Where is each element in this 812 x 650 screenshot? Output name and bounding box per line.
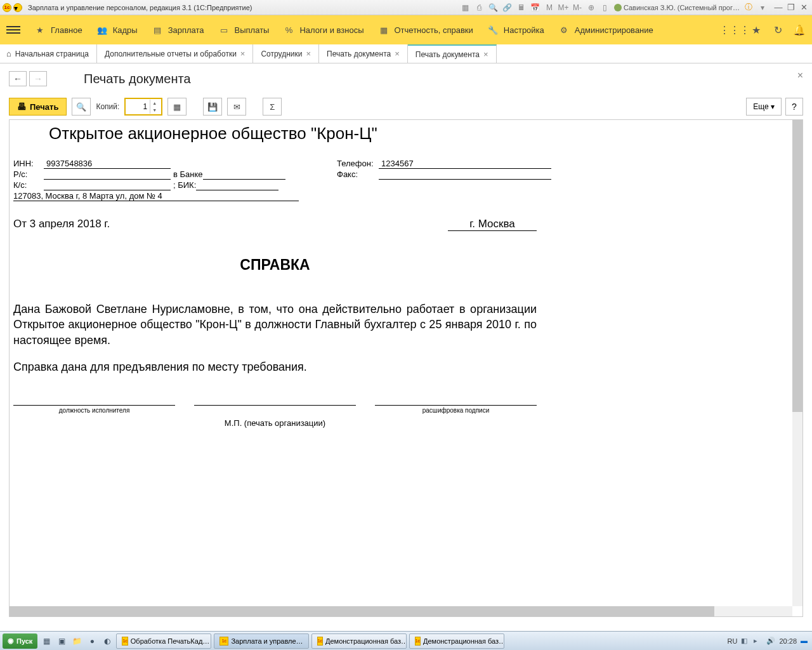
user-label[interactable]: Савинская З.Ю. (Системный прог… (614, 4, 740, 11)
close-icon[interactable]: × (240, 49, 246, 58)
nav-label: Выплаты (235, 25, 270, 35)
zoom-icon[interactable]: ⊕ (586, 3, 596, 13)
company-info: ИНН:9937548836 Р/с: в Банке К/с: ; БИК: … (13, 159, 789, 201)
quicklaunch-icon[interactable]: ▦ (40, 635, 53, 647)
bell-icon[interactable]: 🔔 (793, 23, 806, 36)
tray-icon[interactable]: ◧ (741, 637, 750, 646)
ks-label: К/с: (13, 180, 44, 190)
inn-value: 9937548836 (44, 159, 171, 169)
taskbar-task-active[interactable]: 1cЗарплата и управле… (214, 633, 308, 649)
document-viewport: Открытое акционерное общество "Крон-Ц" И… (9, 119, 803, 617)
history-icon[interactable]: ↻ (771, 23, 784, 36)
tray-icon[interactable]: 🔊 (766, 637, 775, 646)
apps-icon[interactable]: ⋮⋮⋮ (728, 23, 741, 36)
m-plus-icon[interactable]: M+ (558, 3, 568, 13)
more-button[interactable]: Еще ▾ (746, 98, 782, 116)
maximize-button[interactable]: ❐ (785, 3, 797, 13)
nav-label: Налоги и взносы (299, 25, 363, 35)
quicklaunch-icon[interactable]: ▣ (55, 635, 68, 647)
taskbar-task[interactable]: 1cДемонстрационная баз… (311, 633, 407, 649)
sig-stamp-box: М.П. (печать организации) (194, 405, 356, 428)
horizontal-scrollbar[interactable] (10, 606, 792, 616)
start-label: Пуск (16, 637, 32, 645)
clock[interactable]: 20:28 (779, 637, 797, 645)
mail-button[interactable]: ✉ (227, 98, 246, 116)
nav-admin[interactable]: ⚙Администрирование (558, 25, 653, 35)
forward-button[interactable]: → (29, 71, 47, 86)
m-icon[interactable]: M (544, 3, 554, 13)
nav-label: Зарплата (168, 25, 204, 35)
help-button[interactable]: ? (785, 98, 803, 116)
vertical-scrollbar[interactable] (792, 120, 802, 606)
quicklaunch-icon[interactable]: ◐ (101, 635, 114, 647)
sum-button[interactable]: Σ (263, 98, 282, 116)
close-icon[interactable]: × (395, 49, 400, 58)
printer-icon: 🖶 (17, 102, 26, 112)
calendar-icon[interactable]: 📅 (530, 3, 540, 13)
template-button[interactable]: ▦ (167, 98, 187, 116)
date-row: От 3 апреля 2018 г. г. Москва (13, 218, 537, 231)
doc-city: г. Москва (448, 218, 537, 231)
tab-item-active[interactable]: Печать документа× (408, 44, 497, 63)
nav-nalogi[interactable]: %Налоги и взносы (283, 25, 363, 35)
close-icon[interactable]: × (306, 49, 311, 58)
taskbar-task[interactable]: 1cДемонстрационная баз… (409, 633, 504, 649)
lang-indicator[interactable]: RU (728, 637, 738, 645)
m-minus-icon[interactable]: M- (572, 3, 582, 13)
info-icon[interactable]: ⓘ (743, 3, 754, 13)
task-label: Демонстрационная баз… (325, 637, 407, 645)
close-icon[interactable]: × (483, 50, 488, 59)
menu-icon[interactable] (6, 24, 20, 36)
layout-icon[interactable]: ▯ (600, 3, 610, 13)
copies-spinner[interactable]: ▲▼ (124, 98, 162, 116)
tab-item[interactable]: Печать документа× (319, 44, 408, 63)
document: Открытое акционерное общество "Крон-Ц" И… (10, 120, 792, 432)
tool-icon[interactable]: ▦ (461, 3, 471, 13)
minimize-button[interactable]: — (773, 3, 784, 13)
tab-item[interactable]: Сотрудники× (253, 44, 319, 63)
nav-kadry[interactable]: 👥Кадры (96, 25, 138, 35)
tray-icon[interactable]: ▬ (801, 637, 809, 646)
nav-settings[interactable]: 🔧Настройка (487, 25, 544, 35)
wallet-icon: ▭ (218, 25, 230, 35)
tab-item[interactable]: Дополнительные отчеты и обработки× (97, 44, 253, 63)
nav-main[interactable]: ★Главное (34, 25, 82, 35)
start-button[interactable]: ◉Пуск (3, 633, 37, 649)
sig-caption: расшифровка подписи (375, 407, 537, 414)
scroll-thumb[interactable] (792, 120, 802, 412)
close-button[interactable]: ✕ (798, 3, 809, 13)
tab-home[interactable]: ⌂Начальная страница (0, 44, 97, 63)
info-right: Телефон:1234567 Факс: (337, 159, 551, 201)
nav-reports[interactable]: ▦Отчетность, справки (378, 25, 473, 35)
spin-down[interactable]: ▼ (150, 107, 159, 114)
nav-label: Главное (51, 25, 82, 35)
task-icon: 1c (122, 637, 128, 646)
nav-zarplata[interactable]: ▤Зарплата (152, 25, 204, 35)
dropdown-icon[interactable]: ▾ (757, 3, 768, 13)
quicklaunch-icon[interactable]: 📁 (70, 635, 83, 647)
spin-up[interactable]: ▲ (150, 100, 159, 107)
scroll-thumb[interactable] (10, 606, 714, 616)
user-name: Савинская З.Ю. (Системный прог… (624, 4, 740, 11)
copies-input[interactable] (126, 102, 150, 111)
calc-icon[interactable]: 🖩 (516, 3, 527, 13)
dropdown-icon[interactable]: ▾ (13, 3, 22, 12)
document-scroll[interactable]: Открытое акционерное общество "Крон-Ц" И… (10, 120, 792, 606)
tel-value: 1234567 (379, 159, 551, 169)
taskbar-task[interactable]: 1cОбработка ПечатьКад… (116, 633, 211, 649)
task-icon: 1c (219, 637, 228, 646)
main-nav: ★Главное 👥Кадры ▤Зарплата ▭Выплаты %Нало… (0, 15, 812, 44)
nav-vyplaty[interactable]: ▭Выплаты (218, 25, 270, 35)
save-button[interactable]: 💾 (203, 98, 222, 116)
print-button[interactable]: 🖶Печать (9, 98, 67, 116)
tray-icon[interactable]: ▸ (754, 637, 763, 646)
page-close-button[interactable]: × (797, 70, 803, 81)
star-icon: ★ (34, 25, 46, 35)
preview-button[interactable]: 🔍 (72, 98, 91, 116)
quicklaunch-icon[interactable]: ● (86, 635, 98, 647)
search-icon[interactable]: 🔍 (488, 3, 499, 13)
star-icon[interactable]: ★ (750, 23, 763, 36)
link-icon[interactable]: 🔗 (502, 3, 513, 13)
back-button[interactable]: ← (9, 71, 27, 86)
print-icon[interactable]: ⎙ (475, 3, 485, 13)
